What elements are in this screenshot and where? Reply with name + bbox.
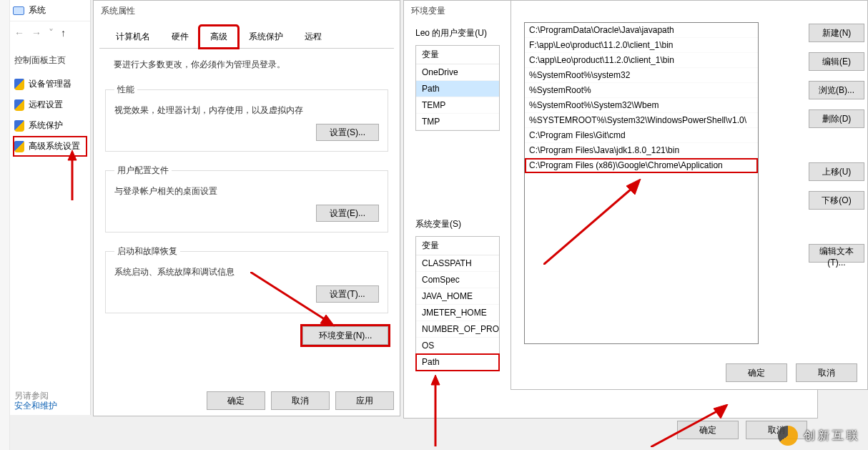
sidebar-item-label: 设备管理器 [29,78,71,90]
list-item[interactable]: C:\Program Files\Git\cmd [525,128,758,143]
new-button[interactable]: 新建(N) [809,24,864,42]
tab-advanced[interactable]: 高级 [199,26,238,48]
control-panel-sidebar: 系统 ← → ˅ ↑ 控制面板主页 设备管理器 远程设置 系统保护 高级系统设置… [10,0,91,415]
tab-computer-name[interactable]: 计算机名 [105,26,161,48]
performance-settings-button[interactable]: 设置(S)... [316,124,379,141]
forward-arrow-icon: → [31,27,41,39]
sidebar-item-remote[interactable]: 远程设置 [13,94,87,115]
list-item[interactable]: F:\app\Leo\product\11.2.0\client_1\bin [525,38,758,53]
table-row[interactable]: JMETER_HOME [416,305,499,321]
path-entries-list[interactable]: C:\ProgramData\Oracle\Java\javapath F:\a… [524,22,759,344]
sidebar-item-label: 系统保护 [29,119,63,132]
profile-desc: 与登录帐户相关的桌面设置 [114,182,379,205]
window-title: 系统属性 [94,1,400,21]
system-properties-window: 系统属性 计算机名 硬件 高级 系统保护 远程 要进行大多数更改，你必须作为管理… [93,0,400,416]
sidebar-title-row: 系统 [10,0,90,21]
edit-side-buttons: 新建(N) 编辑(E) 浏览(B)... 删除(D) 上移(U) 下移(O) 编… [809,24,864,263]
list-item-chrome[interactable]: C:\Program Files (x86)\Google\Chrome\App… [525,158,758,173]
sidebar-heading[interactable]: 控制面板主页 [10,44,90,74]
move-down-button[interactable]: 下移(O) [809,191,864,210]
back-arrow-icon[interactable]: ← [14,27,24,39]
sidebar-list: 设备管理器 远程设置 系统保护 高级系统设置 [10,74,90,157]
watermark-text: 创新互联 [804,429,861,444]
table-row[interactable]: JAVA_HOME [416,288,499,305]
column-header-var[interactable]: 变量 [416,237,499,255]
admin-intro: 要进行大多数更改，你必须作为管理员登录。 [94,49,400,81]
table-row[interactable]: CLASSPATH [416,255,499,272]
tab-remote[interactable]: 远程 [294,26,332,48]
column-header-var[interactable]: 变量 [416,46,499,64]
logo-icon [778,426,798,446]
shield-icon [14,99,24,111]
sysprop-footer: 确定 取消 应用 [207,391,394,410]
cancel-button[interactable]: 取消 [271,391,330,410]
tab-bar: 计算机名 硬件 高级 系统保护 远程 [99,21,394,49]
move-up-button[interactable]: 上移(U) [809,162,864,181]
list-item[interactable]: C:\ProgramData\Oracle\Java\javapath [525,23,758,38]
sidebar-item-device-manager[interactable]: 设备管理器 [13,74,87,94]
table-row[interactable]: OneDrive [416,64,499,81]
sidebar-title: 系统 [29,4,46,16]
sidebar-item-label: 远程设置 [29,99,63,111]
edit-button[interactable]: 编辑(E) [809,52,864,71]
sidebar-item-protection[interactable]: 系统保护 [13,115,87,136]
env-ok-button[interactable]: 确定 [677,421,739,439]
parent-gutter [0,0,10,450]
profile-settings-button[interactable]: 设置(E)... [316,205,379,222]
table-row[interactable]: NUMBER_OF_PROCE [416,321,499,338]
delete-button[interactable]: 删除(D) [809,109,864,128]
tab-hardware[interactable]: 硬件 [161,26,199,48]
table-row-path[interactable]: Path [416,354,499,371]
list-item[interactable]: %SystemRoot%\system32 [525,68,758,83]
startup-group: 启动和故障恢复 系统启动、系统故障和调试信息 设置(T)... [105,245,388,313]
nav-arrows: ← → ˅ ↑ [10,21,90,44]
sidebar-item-advanced[interactable]: 高级系统设置 [13,136,87,157]
sidebar-item-label: 高级系统设置 [29,140,80,152]
startup-settings-button[interactable]: 设置(T)... [316,285,379,303]
dropdown-caret-icon[interactable]: ˅ [49,27,54,39]
edit-footer: 确定 取消 [726,363,857,382]
list-item[interactable]: %SYSTEMROOT%\System32\WindowsPowerShell\… [525,113,758,128]
edit-path-window: C:\ProgramData\Oracle\Java\javapath F:\a… [511,0,868,390]
startup-legend: 启动和故障恢复 [114,245,180,258]
safety-link[interactable]: 安全和维护 [14,397,57,415]
profile-group: 用户配置文件 与登录帐户相关的桌面设置 设置(E)... [105,165,388,233]
performance-legend: 性能 [114,84,137,96]
startup-desc: 系统启动、系统故障和调试信息 [114,263,379,285]
browse-button[interactable]: 浏览(B)... [809,81,864,99]
edit-text-button[interactable]: 编辑文本(T)... [809,244,864,263]
edit-cancel-button[interactable]: 取消 [796,363,857,382]
shield-icon [14,141,24,152]
list-item[interactable]: %SystemRoot%\System32\Wbem [525,98,758,113]
performance-desc: 视觉效果，处理器计划，内存使用，以及虚拟内存 [114,102,379,124]
list-item[interactable]: C:\app\Leo\product\11.2.0\client_1\bin [525,53,758,68]
list-item[interactable]: C:\Program Files\Java\jdk1.8.0_121\bin [525,143,758,158]
edit-ok-button[interactable]: 确定 [726,363,787,382]
apply-button[interactable]: 应用 [335,391,394,410]
profile-legend: 用户配置文件 [114,165,172,177]
environment-variables-button[interactable]: 环境变量(N)... [302,326,388,345]
shield-icon [14,79,24,90]
table-row[interactable]: TEMP [416,97,499,114]
table-row[interactable]: ComSpec [416,272,499,288]
table-row[interactable]: TMP [416,114,499,130]
table-row[interactable]: Path [416,81,499,97]
table-row[interactable]: OS [416,338,499,354]
performance-group: 性能 视觉效果，处理器计划，内存使用，以及虚拟内存 设置(S)... [105,84,388,152]
ok-button[interactable]: 确定 [207,391,265,410]
monitor-icon [13,6,24,15]
user-vars-table: 变量 OneDrive Path TEMP TMP [415,45,500,131]
list-item[interactable]: %SystemRoot% [525,83,758,98]
sys-vars-table: 变量 CLASSPATH ComSpec JAVA_HOME JMETER_HO… [415,236,500,371]
watermark: 创新互联 [778,426,861,446]
tab-protection[interactable]: 系统保护 [238,26,294,48]
shield-icon [14,120,24,132]
up-arrow-icon[interactable]: ↑ [61,27,66,39]
